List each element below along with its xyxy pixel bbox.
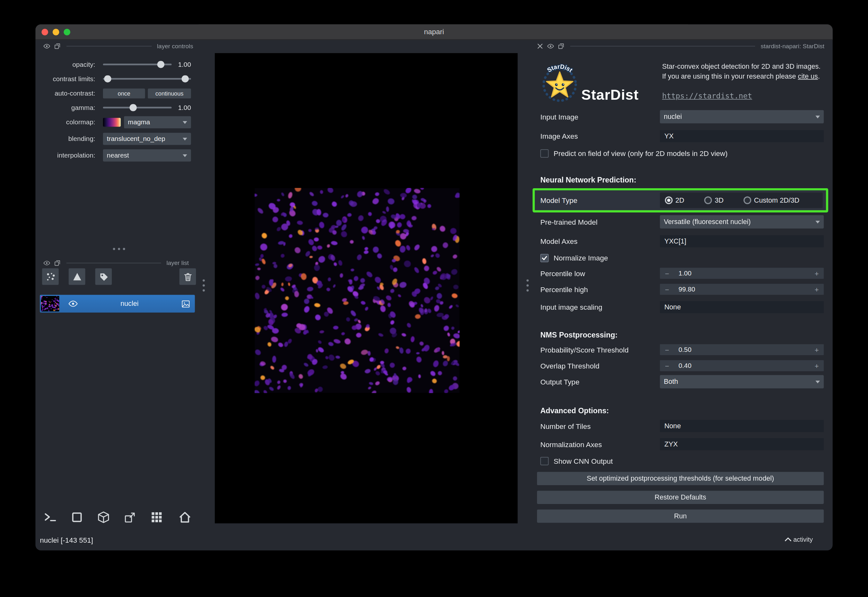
contrast-limits-slider[interactable]: [103, 75, 191, 83]
layer-visibility-eye-icon[interactable]: [68, 299, 78, 309]
input-scaling-input[interactable]: None: [660, 301, 823, 313]
opacity-slider[interactable]: [103, 61, 172, 68]
model-axes-row: Model Axes YXC[1]: [540, 235, 823, 248]
new-shapes-layer-button[interactable]: [69, 269, 85, 285]
new-points-layer-button[interactable]: [42, 269, 59, 285]
grid-view-button[interactable]: [148, 509, 165, 526]
output-type-label: Output Type: [540, 377, 579, 386]
dock-splitter-handle[interactable]: [113, 248, 125, 250]
model-type-option-custom[interactable]: Custom 2D/3D: [744, 196, 800, 204]
panel-splitter-handle[interactable]: [526, 279, 529, 291]
percentile-high-label: Percentile high: [540, 285, 588, 293]
percentile-high-spinbox[interactable]: − 99.80 +: [660, 284, 823, 295]
model-type-option-2d[interactable]: 2D: [665, 196, 685, 204]
slider-handle[interactable]: [157, 61, 165, 68]
model-type-radio-group: 2D 3D Custom 2D/3D: [660, 192, 823, 208]
pretrained-model-select[interactable]: Versatile (fluorescent nuclei): [660, 215, 823, 229]
float-dock-icon[interactable]: [54, 42, 61, 49]
layer-name: nuclei: [78, 300, 181, 307]
panel-splitter-handle[interactable]: [203, 279, 205, 291]
restore-defaults-button[interactable]: Restore Defaults: [537, 490, 824, 504]
close-dock-icon[interactable]: [536, 42, 544, 49]
increment-button[interactable]: +: [814, 269, 819, 278]
interpolation-select[interactable]: nearest: [103, 149, 191, 161]
image-axes-input[interactable]: YX: [660, 130, 823, 142]
num-tiles-label: Number of Tiles: [540, 422, 591, 430]
stardist-form: Input Image nuclei Image Axes YX Predict…: [540, 24, 823, 550]
decrement-button[interactable]: −: [665, 346, 669, 354]
percentile-high-row: Percentile high − 99.80 +: [540, 283, 823, 296]
contrast-high-handle[interactable]: [182, 75, 189, 82]
output-type-select[interactable]: Both: [660, 375, 823, 389]
increment-button[interactable]: +: [814, 285, 819, 293]
opacity-value: 1.00: [178, 61, 191, 68]
optimize-thresholds-button[interactable]: Set optimized postprocessing thresholds …: [537, 472, 824, 486]
console-button[interactable]: [42, 509, 59, 526]
pretrained-model-row: Pre-trained Model Versatile (fluorescent…: [540, 215, 823, 229]
chevron-down-icon: [816, 380, 820, 383]
slider-handle[interactable]: [130, 104, 137, 111]
prob-threshold-spinbox[interactable]: − 0.50 +: [660, 344, 823, 355]
radio-3d-indicator[interactable]: [704, 196, 712, 204]
blending-row: blending: translucent_no_dep: [40, 132, 198, 146]
percentile-low-label: Percentile low: [540, 269, 585, 278]
layer-list-dock-title: layer list: [166, 260, 189, 266]
overlap-threshold-spinbox[interactable]: − 0.40 +: [660, 360, 823, 371]
model-axes-input[interactable]: YXC[1]: [660, 235, 823, 247]
ndisplay-toggle-button[interactable]: [68, 509, 86, 526]
advanced-section-row: Advanced Options:: [540, 404, 823, 417]
viewer-canvas[interactable]: [215, 53, 518, 523]
chevron-down-icon: [183, 121, 187, 124]
chevron-down-icon: [183, 154, 187, 157]
input-image-row: Input Image nuclei: [540, 110, 823, 123]
input-image-select[interactable]: nuclei: [660, 110, 823, 123]
layer-controls-dock-header: layer controls: [43, 42, 193, 50]
radio-custom-indicator[interactable]: [744, 196, 751, 204]
radio-2d-indicator[interactable]: [665, 196, 673, 204]
auto-contrast-continuous-button[interactable]: continuous: [148, 89, 191, 98]
layer-row-nuclei[interactable]: nuclei: [40, 295, 195, 313]
show-cnn-output-checkbox[interactable]: [540, 457, 548, 465]
contrast-low-handle[interactable]: [104, 75, 111, 82]
opacity-label: opacity:: [40, 61, 95, 68]
hide-dock-icon[interactable]: [43, 42, 51, 49]
window-titlebar[interactable]: napari: [36, 24, 833, 40]
fov-checkbox-row: Predict on field of view (only for 2D mo…: [540, 148, 823, 158]
blending-select[interactable]: translucent_no_dep: [103, 133, 191, 145]
activity-toggle[interactable]: activity: [785, 536, 813, 543]
normalize-image-checkbox[interactable]: [540, 254, 548, 262]
increment-button[interactable]: +: [814, 346, 819, 354]
advanced-section-header: Advanced Options:: [540, 406, 609, 414]
input-scaling-row: Input image scaling None: [540, 300, 823, 314]
run-button[interactable]: Run: [537, 509, 824, 523]
home-reset-view-button[interactable]: [176, 509, 194, 526]
fov-checkbox[interactable]: [540, 149, 548, 157]
nms-section-row: NMS Postprocessing:: [540, 328, 823, 341]
model-type-option-3d[interactable]: 3D: [704, 196, 724, 204]
normalization-axes-input[interactable]: ZYX: [660, 438, 823, 450]
pretrained-model-label: Pre-trained Model: [540, 218, 597, 226]
new-labels-layer-button[interactable]: [95, 269, 112, 285]
chevron-down-icon: [816, 221, 820, 223]
hide-dock-icon[interactable]: [43, 259, 51, 267]
float-dock-icon[interactable]: [557, 42, 565, 49]
nn-section-header: Neural Network Prediction:: [540, 176, 636, 184]
decrement-button[interactable]: −: [665, 285, 669, 293]
gamma-slider[interactable]: [103, 104, 172, 111]
delete-layer-button[interactable]: [179, 269, 196, 285]
image-axes-row: Image Axes YX: [540, 129, 823, 143]
hide-dock-icon[interactable]: [547, 42, 554, 49]
colormap-select[interactable]: magma: [124, 116, 191, 128]
increment-button[interactable]: +: [814, 361, 819, 370]
input-scaling-label: Input image scaling: [540, 303, 602, 311]
num-tiles-input[interactable]: None: [660, 420, 823, 432]
decrement-button[interactable]: −: [665, 269, 669, 278]
percentile-low-spinbox[interactable]: − 1.00 +: [660, 268, 823, 279]
float-dock-icon[interactable]: [54, 259, 61, 267]
auto-contrast-once-button[interactable]: once: [103, 89, 145, 98]
roll-dims-button[interactable]: [121, 509, 139, 526]
transpose-dims-button[interactable]: [95, 509, 112, 526]
chevron-down-icon: [183, 137, 187, 140]
nms-section-header: NMS Postprocessing:: [540, 330, 618, 339]
decrement-button[interactable]: −: [665, 361, 669, 370]
